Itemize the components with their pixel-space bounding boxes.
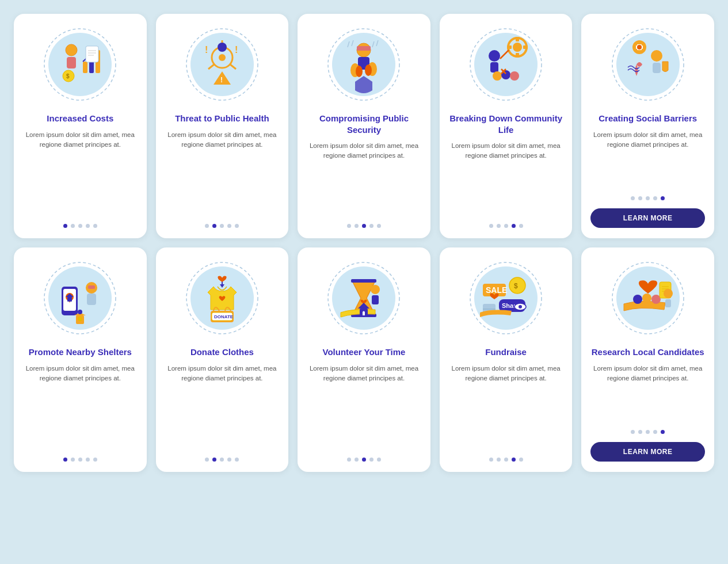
app-container: Increased Costs Lorem ipsum dolor sit di… bbox=[14, 14, 714, 472]
dot bbox=[497, 458, 501, 462]
dot bbox=[235, 224, 239, 228]
dot bbox=[78, 224, 82, 228]
dot-active bbox=[63, 224, 67, 228]
dot bbox=[235, 458, 239, 462]
dot bbox=[519, 224, 523, 228]
card-body-8: Lorem ipsum dolor sit dim amet, mea regi… bbox=[307, 364, 421, 449]
card-body-2: Lorem ipsum dolor sit dim amet, mea regi… bbox=[165, 130, 280, 215]
card-donate-clothes: Donate Clothes Lorem ipsum dolor sit dim… bbox=[156, 247, 289, 472]
card-body-5: Lorem ipsum dolor sit dim amet, mea regi… bbox=[590, 130, 705, 188]
card-fundraise: Fundraise Lorem ipsum dolor sit dim amet… bbox=[440, 247, 573, 472]
illustration-donate bbox=[182, 258, 262, 338]
card-dots-2 bbox=[205, 224, 239, 228]
illustration-volunteer bbox=[323, 258, 404, 338]
dot bbox=[519, 458, 523, 462]
card-title-2: Threat to Public Health bbox=[175, 113, 269, 124]
dot-active bbox=[362, 458, 366, 462]
row-2: Promote Nearby Shelters Lorem ipsum dolo… bbox=[14, 247, 714, 472]
dot bbox=[86, 458, 90, 462]
card-body-10: Lorem ipsum dolor sit dim amet, mea regi… bbox=[590, 364, 705, 421]
illustration-community bbox=[466, 24, 546, 105]
card-dots-1 bbox=[63, 224, 97, 228]
card-title-9: Fundraise bbox=[485, 346, 527, 358]
dot bbox=[638, 430, 642, 434]
dot-active bbox=[512, 224, 516, 228]
card-dots-10 bbox=[631, 430, 665, 434]
dot-active bbox=[661, 430, 665, 434]
learn-more-button-1[interactable]: LEARN MORE bbox=[590, 208, 705, 228]
illustration-barriers bbox=[608, 24, 688, 105]
dot bbox=[220, 458, 224, 462]
card-title-3: Compromising Public Security bbox=[307, 113, 421, 135]
dot bbox=[86, 224, 90, 228]
dot bbox=[71, 224, 75, 228]
dot bbox=[347, 224, 351, 228]
card-body-6: Lorem ipsum dolor sit dim amet, mea regi… bbox=[23, 364, 138, 449]
card-research-local-candidates: Research Local Candidates Lorem ipsum do… bbox=[581, 247, 714, 472]
card-dots-9 bbox=[489, 458, 523, 462]
row-1: Increased Costs Lorem ipsum dolor sit di… bbox=[14, 14, 714, 238]
card-body-4: Lorem ipsum dolor sit dim amet, mea regi… bbox=[449, 141, 563, 215]
card-dots-4 bbox=[489, 224, 523, 228]
card-dots-3 bbox=[347, 224, 381, 228]
dot-active bbox=[362, 224, 366, 228]
card-title-4: Breaking Down Community Life bbox=[449, 113, 563, 135]
dot bbox=[93, 224, 97, 228]
dot bbox=[71, 458, 75, 462]
card-title-5: Creating Social Barriers bbox=[599, 113, 697, 124]
dot bbox=[497, 224, 501, 228]
dot bbox=[489, 224, 493, 228]
dot bbox=[653, 430, 657, 434]
dot bbox=[646, 430, 650, 434]
dot bbox=[347, 458, 351, 462]
dot-active bbox=[212, 224, 216, 228]
dot bbox=[377, 224, 381, 228]
dot bbox=[504, 224, 508, 228]
dot bbox=[78, 458, 82, 462]
dot bbox=[369, 224, 373, 228]
card-dots-6 bbox=[63, 458, 97, 462]
dot bbox=[205, 224, 209, 228]
card-compromising-security: Compromising Public Security Lorem ipsum… bbox=[298, 14, 430, 238]
card-title-10: Research Local Candidates bbox=[592, 346, 704, 358]
card-body-7: Lorem ipsum dolor sit dim amet, mea regi… bbox=[165, 364, 280, 449]
dot bbox=[355, 224, 359, 228]
card-volunteer-time: Volunteer Your Time Lorem ipsum dolor si… bbox=[298, 247, 430, 472]
dot bbox=[653, 196, 657, 200]
card-dots-8 bbox=[347, 458, 381, 462]
card-increased-costs: Increased Costs Lorem ipsum dolor sit di… bbox=[14, 14, 147, 238]
card-promote-nearby-shelters: Promote Nearby Shelters Lorem ipsum dolo… bbox=[14, 247, 147, 472]
dot-active bbox=[512, 458, 516, 462]
dot bbox=[638, 196, 642, 200]
card-title-7: Donate Clothes bbox=[190, 346, 254, 358]
card-dots-5 bbox=[631, 196, 665, 200]
dot bbox=[489, 458, 493, 462]
illustration-fundraise bbox=[466, 258, 546, 338]
illustration-shelters bbox=[40, 258, 120, 338]
dot bbox=[227, 458, 231, 462]
illustration-research bbox=[608, 258, 688, 338]
illustration-costs bbox=[40, 24, 120, 105]
illustration-security bbox=[323, 24, 404, 105]
card-title-1: Increased Costs bbox=[47, 113, 113, 124]
dot bbox=[93, 458, 97, 462]
dot bbox=[631, 430, 635, 434]
dot bbox=[355, 458, 359, 462]
card-title-6: Promote Nearby Shelters bbox=[29, 346, 132, 358]
dot bbox=[369, 458, 373, 462]
card-body-3: Lorem ipsum dolor sit dim amet, mea regi… bbox=[307, 141, 421, 215]
illustration-health bbox=[182, 24, 262, 105]
dot bbox=[631, 196, 635, 200]
card-threat-public-health: Threat to Public Health Lorem ipsum dolo… bbox=[156, 14, 289, 238]
dot bbox=[377, 458, 381, 462]
dot bbox=[220, 224, 224, 228]
card-dots-7 bbox=[205, 458, 239, 462]
card-body-1: Lorem ipsum dolor sit dim amet, mea regi… bbox=[23, 130, 138, 215]
dot bbox=[205, 458, 209, 462]
card-breaking-down-community: Breaking Down Community Life Lorem ipsum… bbox=[440, 14, 573, 238]
learn-more-button-2[interactable]: LEARN MORE bbox=[590, 442, 705, 462]
dot bbox=[227, 224, 231, 228]
dot-active bbox=[63, 458, 67, 462]
dot bbox=[504, 458, 508, 462]
card-creating-social-barriers: Creating Social Barriers Lorem ipsum dol… bbox=[581, 14, 714, 238]
